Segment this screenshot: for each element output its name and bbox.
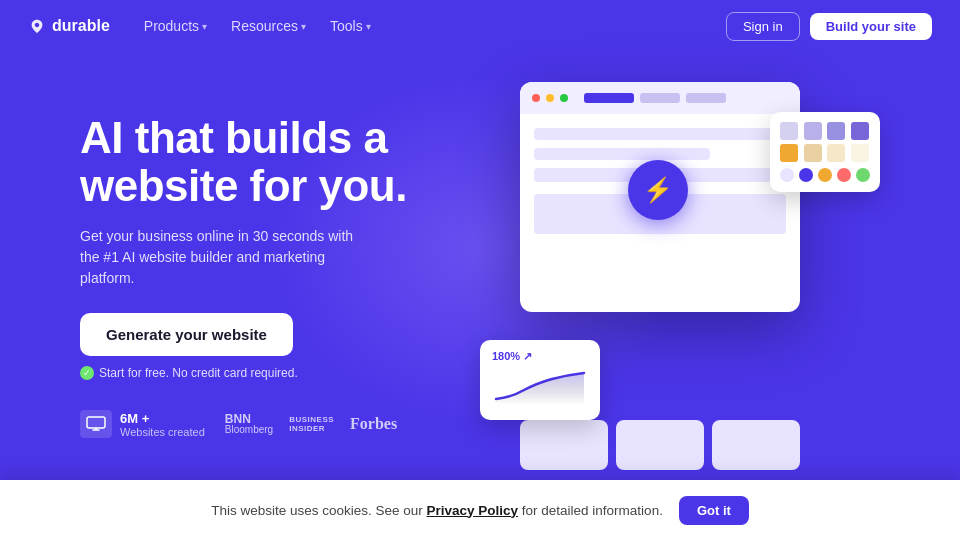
nav-resources[interactable]: Resources ▾: [221, 12, 316, 40]
nav-products-label: Products: [144, 18, 199, 34]
grid-card-2: [616, 420, 704, 470]
nav-links: Products ▾ Resources ▾ Tools ▾: [134, 12, 726, 40]
nav-resources-label: Resources: [231, 18, 298, 34]
brand-name: durable: [52, 17, 110, 35]
logo[interactable]: durable: [28, 17, 110, 35]
color-swatches: [780, 122, 870, 162]
stat-label: Websites created: [120, 426, 205, 438]
cdot-3: [818, 168, 832, 182]
color-dots: [780, 168, 870, 182]
stat-websites: 6M + Websites created: [80, 410, 205, 438]
tab-inactive-2: [686, 93, 726, 103]
cdot-4: [837, 168, 851, 182]
monitor-icon: [80, 410, 112, 438]
build-site-button[interactable]: Build your site: [810, 13, 932, 40]
hero-illustration: ⚡ 180% ↗: [460, 72, 880, 480]
swatch-4: [851, 122, 869, 140]
swatch-1: [780, 122, 798, 140]
analytics-chart: [492, 369, 588, 405]
chevron-down-icon: ▾: [202, 21, 207, 32]
signin-button[interactable]: Sign in: [726, 12, 800, 41]
bottom-grid: [520, 420, 800, 470]
content-block-2: [534, 148, 710, 160]
hero-subtitle: Get your business online in 30 seconds w…: [80, 226, 360, 289]
check-icon: ✓: [80, 366, 94, 380]
press-forbes: Forbes: [350, 415, 397, 433]
swatch-2: [804, 122, 822, 140]
cookie-banner: This website uses cookies. See our Priva…: [0, 480, 960, 540]
stat-number: 6M +: [120, 411, 205, 426]
content-block-1: [534, 128, 786, 140]
stats-row: 6M + Websites created BNN Bloomberg BUSI…: [80, 410, 460, 438]
nav-products[interactable]: Products ▾: [134, 12, 217, 40]
hero-circle: ⚡: [628, 160, 688, 220]
navbar: durable Products ▾ Resources ▾ Tools ▾ S…: [0, 0, 960, 52]
chevron-down-icon: ▾: [366, 21, 371, 32]
nav-actions: Sign in Build your site: [726, 12, 932, 41]
svg-rect-0: [87, 417, 105, 428]
hero-title: AI that builds a website for you.: [80, 114, 460, 211]
nav-tools-label: Tools: [330, 18, 363, 34]
cdot-2: [799, 168, 813, 182]
dot-red: [532, 94, 540, 102]
analytics-card: 180% ↗: [480, 340, 600, 420]
free-note-text: Start for free. No credit card required.: [99, 366, 298, 380]
stat-text-block: 6M + Websites created: [120, 411, 205, 438]
analytics-arrow: ↗: [523, 350, 532, 362]
swatch-3: [827, 122, 845, 140]
tab-bars: [584, 93, 726, 103]
hero-text: AI that builds a website for you. Get yo…: [80, 114, 460, 439]
cdot-5: [856, 168, 870, 182]
press-bnn: BNN Bloomberg: [225, 413, 273, 435]
cookie-text-after: for detailed information.: [518, 503, 663, 518]
privacy-policy-link[interactable]: Privacy Policy: [427, 503, 519, 518]
swatch-7: [827, 144, 845, 162]
cookie-text: This website uses cookies. See our Priva…: [211, 503, 663, 518]
got-it-button[interactable]: Got it: [679, 496, 749, 525]
chevron-down-icon: ▾: [301, 21, 306, 32]
logo-icon: [28, 17, 46, 35]
analytics-number: 180%: [492, 350, 520, 362]
swatch-5: [780, 144, 798, 162]
analytics-value: 180% ↗: [492, 350, 588, 363]
color-picker-card: [770, 112, 880, 192]
tab-inactive: [640, 93, 680, 103]
hero-title-line1: AI that builds a: [80, 113, 387, 162]
cdot-1: [780, 168, 794, 182]
cookie-text-before: This website uses cookies. See our: [211, 503, 426, 518]
press-bi: BUSINESS INSIDER: [289, 415, 334, 434]
free-note: ✓ Start for free. No credit card require…: [80, 366, 460, 380]
tab-active: [584, 93, 634, 103]
swatch-8: [851, 144, 869, 162]
grid-card-1: [520, 420, 608, 470]
swatch-6: [804, 144, 822, 162]
generate-website-button[interactable]: Generate your website: [80, 313, 293, 356]
hero-title-line2: website for you.: [80, 161, 407, 210]
lightning-icon: ⚡: [643, 176, 673, 204]
browser-bar: [520, 82, 800, 114]
hero-section: AI that builds a website for you. Get yo…: [0, 52, 960, 480]
dot-yellow: [546, 94, 554, 102]
dot-green: [560, 94, 568, 102]
nav-tools[interactable]: Tools ▾: [320, 12, 381, 40]
grid-card-3: [712, 420, 800, 470]
press-logos: BNN Bloomberg BUSINESS INSIDER Forbes: [225, 413, 397, 435]
